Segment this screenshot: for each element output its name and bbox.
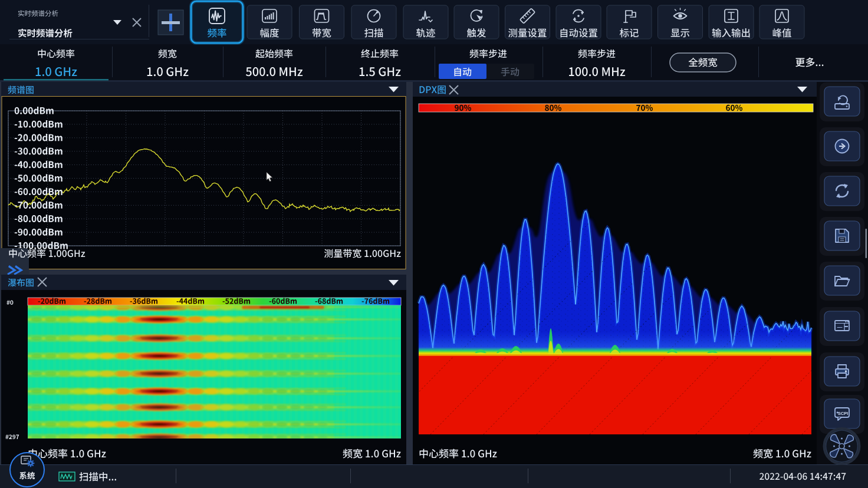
svg-text:SCPI: SCPI bbox=[838, 411, 849, 416]
